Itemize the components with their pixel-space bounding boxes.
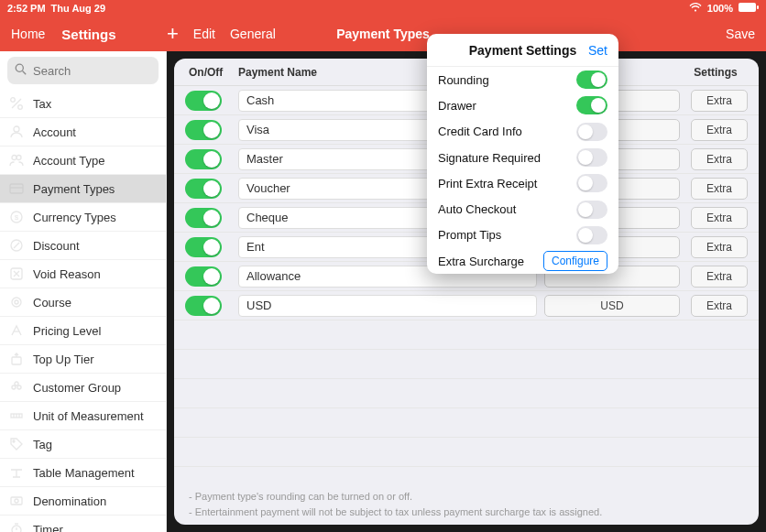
percent-icon xyxy=(9,96,24,111)
home-link[interactable]: Home xyxy=(11,27,45,41)
svg-point-5 xyxy=(18,105,23,110)
sidebar-item-label: Denomination xyxy=(33,494,106,508)
extra-button[interactable]: Extra xyxy=(691,148,748,170)
popover-set-button[interactable]: Set xyxy=(588,43,607,58)
topup-icon xyxy=(9,352,24,366)
svg-rect-10 xyxy=(10,184,23,193)
sidebar-item-void-reason[interactable]: Void Reason xyxy=(0,260,166,288)
sidebar-item-tax[interactable]: Tax xyxy=(0,90,166,118)
sidebar-item-label: Pricing Level xyxy=(33,324,101,338)
edit-button[interactable]: Edit xyxy=(193,27,215,41)
sidebar-item-discount[interactable]: Discount xyxy=(0,232,166,260)
svg-text:$: $ xyxy=(15,213,19,222)
onoff-toggle[interactable] xyxy=(185,208,222,228)
sidebar-item-customer-group[interactable]: Customer Group xyxy=(0,374,166,402)
popover-toggle[interactable] xyxy=(576,96,607,114)
popover-row-label: Rounding xyxy=(438,73,489,87)
popover-row-label: Prompt Tips xyxy=(438,228,501,242)
popover-row-prompt-tips: Prompt Tips xyxy=(427,223,618,248)
sidebar-item-label: Timer xyxy=(33,523,63,533)
sidebar-item-label: Payment Types xyxy=(33,182,115,196)
sidebar-item-table-management[interactable]: Table Management xyxy=(0,459,166,487)
sidebar-item-pricing-level[interactable]: Pricing Level xyxy=(0,317,166,345)
add-button[interactable]: + xyxy=(167,24,179,44)
popover-row-signature-required: Signature Required xyxy=(427,145,618,170)
svg-point-20 xyxy=(15,300,18,304)
popover-row-label: Print Extra Receipt xyxy=(438,177,537,190)
extra-button[interactable]: Extra xyxy=(691,207,748,229)
onoff-toggle[interactable] xyxy=(185,296,222,316)
svg-line-3 xyxy=(23,71,27,75)
onoff-toggle[interactable] xyxy=(185,120,222,140)
popover-row-label: Credit Card Info xyxy=(438,125,522,138)
col-onoff: On/Off xyxy=(185,66,238,79)
popover-row-label: Drawer xyxy=(438,99,476,113)
sidebar-item-label: Course xyxy=(33,296,71,309)
popover-toggle[interactable] xyxy=(576,123,607,141)
popover-toggle[interactable] xyxy=(576,174,607,192)
configure-button[interactable]: Configure xyxy=(543,251,607,271)
sidebar-item-denomination[interactable]: Denomination xyxy=(0,487,166,516)
popover-row-auto-checkout: Auto Checkout xyxy=(427,196,618,222)
settings-title: Settings xyxy=(61,27,115,42)
sidebar-item-label: Customer Group xyxy=(33,381,121,395)
page-title: Payment Types xyxy=(336,27,430,41)
footer-note: - Payment type's rounding can be turned … xyxy=(174,480,759,525)
onoff-toggle[interactable] xyxy=(185,179,222,199)
popover-toggle[interactable] xyxy=(576,148,607,167)
currency-icon: $ xyxy=(9,210,24,224)
sidebar-item-label: Void Reason xyxy=(33,267,101,281)
extra-button[interactable]: Extra xyxy=(691,295,748,317)
sidebar-item-currency-types[interactable]: $Currency Types xyxy=(0,203,166,232)
general-button[interactable]: General xyxy=(230,27,276,41)
denom-icon xyxy=(9,494,24,508)
sidebar: TaxAccountAccount TypePayment Types$Curr… xyxy=(0,51,167,532)
group-icon xyxy=(9,380,24,395)
search-input[interactable] xyxy=(7,57,159,84)
sidebar-item-top-up-tier[interactable]: Top Up Tier xyxy=(0,345,166,374)
popover-title: Payment Settings xyxy=(469,43,576,58)
extra-button[interactable]: Extra xyxy=(691,178,748,200)
sidebar-item-payment-types[interactable]: Payment Types xyxy=(0,175,166,203)
status-battery-pct: 100% xyxy=(707,3,733,14)
sidebar-item-timer[interactable]: Timer xyxy=(0,516,166,532)
status-date: Thu Aug 29 xyxy=(51,3,105,14)
extra-button[interactable]: Extra xyxy=(691,266,748,288)
extra-button[interactable]: Extra xyxy=(691,236,748,258)
void-icon xyxy=(9,266,24,281)
tag-icon xyxy=(9,437,24,451)
empty-row xyxy=(174,350,759,379)
popover-row-extra-surcharge: Extra SurchargeConfigure xyxy=(427,248,618,274)
onoff-toggle[interactable] xyxy=(185,149,222,169)
payment-name-input[interactable] xyxy=(238,295,537,317)
svg-point-4 xyxy=(11,98,16,103)
status-bar: 2:52 PM Thu Aug 29 100% xyxy=(0,0,766,16)
sidebar-item-label: Currency Types xyxy=(33,211,116,224)
timer-icon xyxy=(9,522,24,532)
popover-row-label: Auto Checkout xyxy=(438,202,516,216)
extra-button[interactable]: Extra xyxy=(691,119,748,141)
sidebar-item-account[interactable]: Account xyxy=(0,118,166,147)
onoff-toggle[interactable] xyxy=(185,91,222,111)
svg-point-30 xyxy=(13,440,15,442)
popover-toggle[interactable] xyxy=(576,201,607,219)
popover-row-print-extra-receipt: Print Extra Receipt xyxy=(427,170,618,196)
extra-button[interactable]: Extra xyxy=(691,90,748,112)
payment-mid-button[interactable]: USD xyxy=(544,295,680,317)
sidebar-item-unit-of-measurement[interactable]: Unit of Measurement xyxy=(0,402,166,430)
course-icon xyxy=(9,295,24,309)
sidebar-item-account-type[interactable]: Account Type xyxy=(0,147,166,175)
sidebar-item-label: Unit of Measurement xyxy=(33,409,144,423)
sidebar-item-label: Tag xyxy=(33,438,52,451)
battery-icon xyxy=(739,3,759,14)
onoff-toggle[interactable] xyxy=(185,266,222,287)
onoff-toggle[interactable] xyxy=(185,237,222,257)
table-icon xyxy=(9,465,24,480)
popover-toggle[interactable] xyxy=(576,71,607,89)
save-button[interactable]: Save xyxy=(726,27,755,41)
popover-toggle[interactable] xyxy=(576,226,607,244)
sidebar-item-tag[interactable]: Tag xyxy=(0,430,166,459)
empty-row xyxy=(174,379,759,408)
sidebar-item-course[interactable]: Course xyxy=(0,288,166,317)
status-time: 2:52 PM xyxy=(7,3,46,14)
